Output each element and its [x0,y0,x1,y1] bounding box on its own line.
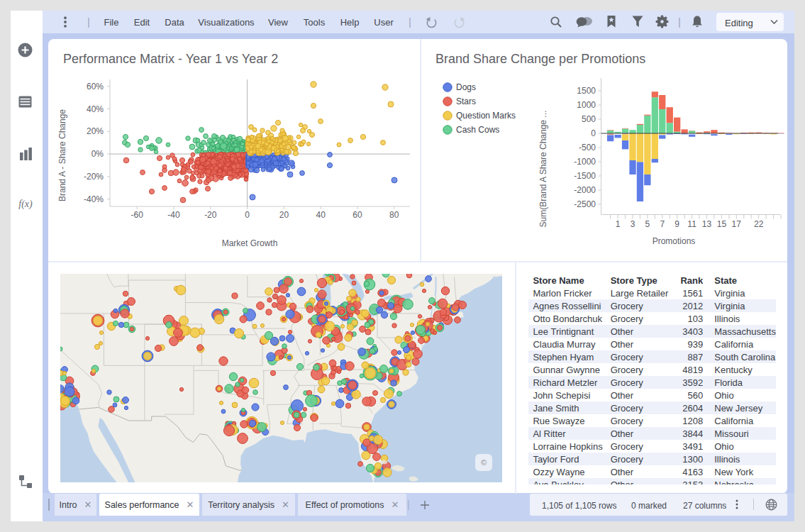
svg-text:Cash Cows: Cash Cows [456,125,499,135]
svg-text:Brand A - Share Change: Brand A - Share Change [57,109,67,201]
svg-text:500: 500 [582,114,596,124]
svg-text:0: 0 [245,210,250,220]
svg-text:Market Growth: Market Growth [222,238,278,248]
svg-text:-500: -500 [579,143,596,153]
svg-text:-40: -40 [167,210,180,220]
svg-text:-40%: -40% [84,194,104,204]
svg-text:Dogs: Dogs [456,82,476,92]
svg-text:60%: 60% [87,82,104,92]
svg-text:-20%: -20% [84,172,104,182]
svg-text:17: 17 [732,219,742,229]
svg-text:60: 60 [352,210,362,220]
svg-text:0%: 0% [91,149,104,159]
svg-text:Sum(Brand A Share Change ...: Sum(Brand A Share Change ... [538,111,548,228]
svg-text:5: 5 [645,219,650,229]
svg-text:-1000: -1000 [574,157,596,167]
svg-text:-2500: -2500 [574,199,596,209]
svg-text:20: 20 [279,210,289,220]
svg-text:40: 40 [316,210,326,220]
svg-text:-1500: -1500 [574,171,596,181]
svg-text:9: 9 [674,219,679,229]
svg-text:40%: 40% [87,104,104,114]
svg-text:-2000: -2000 [574,185,596,195]
svg-text:Stars: Stars [456,96,476,106]
svg-text:1000: 1000 [577,100,596,110]
svg-text:Question Marks: Question Marks [456,111,516,121]
svg-text:3: 3 [631,219,635,229]
svg-text:15: 15 [717,219,727,229]
svg-text:-20: -20 [204,210,217,220]
svg-text:11: 11 [687,219,696,229]
svg-text:80: 80 [389,210,399,220]
svg-text:1500: 1500 [577,86,596,96]
svg-text:-60: -60 [131,210,144,220]
svg-text:20%: 20% [87,126,104,136]
svg-text:22: 22 [754,219,764,229]
svg-text:7: 7 [660,219,665,229]
svg-text:Promotions: Promotions [653,236,696,246]
svg-text:©: © [481,458,487,467]
svg-text:0: 0 [591,128,596,138]
svg-text:13: 13 [702,219,712,229]
svg-text:1: 1 [616,219,621,229]
